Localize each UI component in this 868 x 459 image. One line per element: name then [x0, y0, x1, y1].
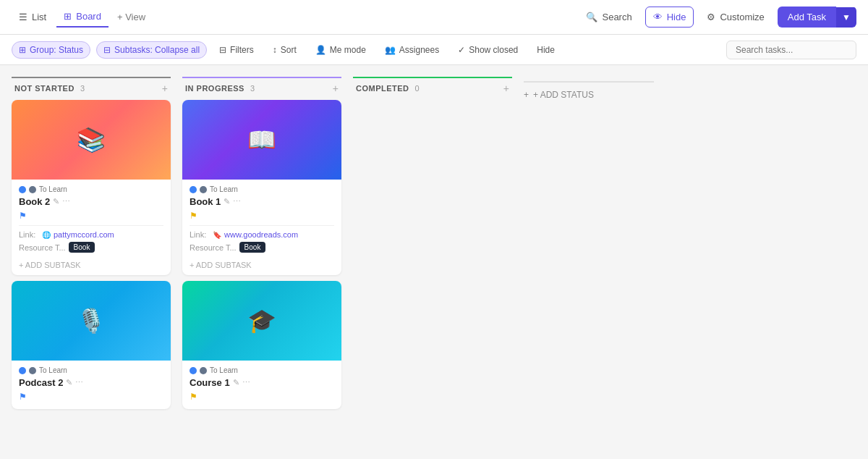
show-closed-button[interactable]: ✓ Show closed [451, 41, 524, 59]
board-icon: ⊞ [64, 11, 72, 22]
edit-icon-book1[interactable]: ✎ [224, 197, 230, 206]
hide-button[interactable]: 👁 Hide [645, 7, 694, 28]
tag-dot-book1 [190, 186, 197, 193]
hide-label: Hide [667, 12, 686, 22]
card-title-row-course1: Course 1 ✎ ⋯ [190, 377, 334, 388]
column-count-not-started: 3 [80, 84, 85, 93]
group-status-button[interactable]: ⊞ Group: Status [12, 41, 90, 59]
card-body-book1: To Learn Book 1 ✎ ⋯ ⚑ Link: 🔖 www.goodre… [182, 180, 341, 257]
link-key-book1: Link: [190, 230, 210, 239]
resource-tag-book2: Book [69, 242, 95, 253]
column-add-in-progress[interactable]: + [333, 83, 339, 94]
flag-icon-podcast2: ⚑ [19, 392, 27, 402]
edit-icon-course1[interactable]: ✎ [233, 378, 239, 387]
card-title-course1: Course 1 [190, 377, 230, 388]
column-add-completed[interactable]: + [503, 83, 509, 94]
tag-label-book2: To Learn [39, 185, 67, 193]
customize-label: Customize [720, 12, 764, 22]
card-course1[interactable]: 🎓 To Learn Course 1 ✎ ⋯ ⚑ [182, 281, 341, 409]
link-value-book2[interactable]: pattymccord.com [54, 230, 114, 239]
tag-dot2-podcast2 [29, 367, 36, 374]
tag-dot-podcast2 [19, 367, 26, 374]
edit-icon-book2[interactable]: ✎ [53, 197, 59, 206]
add-task-dropdown-button[interactable]: ▼ [836, 7, 856, 28]
toolbar: ⊞ Group: Status ⊟ Subtasks: Collapse all… [0, 35, 868, 65]
flag-icon-book2: ⚑ [19, 211, 27, 221]
column-not-started: NOT STARTED 3 + 📚 To Learn Book 2 ✎ ⋯ [12, 77, 171, 415]
search-button[interactable]: 🔍 Search [579, 7, 639, 27]
customize-button[interactable]: ⚙ Customize [699, 7, 771, 27]
board-area: NOT STARTED 3 + 📚 To Learn Book 2 ✎ ⋯ [0, 65, 868, 459]
me-mode-button[interactable]: 👤 Me mode [309, 41, 373, 59]
edit-icon-podcast2[interactable]: ✎ [66, 378, 72, 387]
add-view-button[interactable]: + View [111, 7, 151, 27]
resource-tag-book1: Book [239, 242, 266, 253]
assignees-icon: 👥 [385, 45, 396, 55]
card-resource-book2: Resource T... Book [19, 242, 163, 253]
list-nav-button[interactable]: ☰ List [12, 7, 54, 27]
globe-icon-book1: 🔖 [213, 231, 221, 239]
column-count-in-progress: 3 [250, 84, 255, 93]
column-in-progress: IN PROGRESS 3 + 📖 To Learn Book 1 ✎ ⋯ [182, 77, 341, 415]
tag-label-podcast2: To Learn [39, 366, 67, 374]
assignees-label: Assignees [399, 45, 439, 55]
search-tasks-input[interactable] [726, 41, 856, 59]
group-label: Group: Status [30, 45, 83, 55]
card-resource-book1: Resource T... Book [190, 242, 334, 253]
link-value-book1[interactable]: www.goodreads.com [224, 230, 298, 239]
card-book1[interactable]: 📖 To Learn Book 1 ✎ ⋯ ⚑ Lin [182, 100, 341, 275]
card-meta-book1: Link: 🔖 www.goodreads.com [190, 225, 334, 239]
hide-toolbar-button[interactable]: Hide [530, 41, 561, 59]
show-closed-icon: ✓ [458, 45, 465, 55]
search-label: Search [602, 12, 631, 22]
column-title-in-progress: IN PROGRESS [185, 84, 244, 93]
add-subtask-book2[interactable]: + ADD SUBTASK [12, 257, 171, 275]
column-completed: COMPLETED 0 + [353, 77, 512, 100]
gear-icon: ⚙ [707, 12, 715, 22]
card-title-book1: Book 1 [190, 196, 221, 207]
group-icon: ⊞ [19, 45, 26, 55]
card-body-podcast2: To Learn Podcast 2 ✎ ⋯ ⚑ [12, 361, 171, 409]
resource-label-book1: Resource T... [190, 243, 237, 252]
hide-toolbar-label: Hide [537, 45, 555, 55]
add-task-label: Add Task [788, 12, 826, 22]
add-task-button-group: Add Task ▼ [778, 7, 856, 28]
card-image-book2: 📚 [12, 100, 171, 180]
card-book2[interactable]: 📚 To Learn Book 2 ✎ ⋯ ⚑ Lin [12, 100, 171, 275]
card-tags-course1: To Learn [190, 366, 334, 374]
book2-illustration: 📚 [12, 100, 171, 180]
card-title-podcast2: Podcast 2 [19, 377, 63, 388]
menu-icon-podcast2[interactable]: ⋯ [75, 378, 83, 387]
me-mode-label: Me mode [330, 45, 366, 55]
card-tags-podcast2: To Learn [19, 366, 163, 374]
add-task-main-button[interactable]: Add Task [778, 7, 836, 28]
menu-icon-course1[interactable]: ⋯ [242, 378, 250, 387]
assignees-button[interactable]: 👥 Assignees [378, 41, 446, 59]
sort-button[interactable]: ↕ Sort [266, 41, 303, 59]
tag-dot-book2 [19, 186, 26, 193]
menu-icon-book1[interactable]: ⋯ [233, 197, 241, 206]
subtasks-button[interactable]: ⊟ Subtasks: Collapse all [96, 41, 207, 59]
add-subtask-book1[interactable]: + ADD SUBTASK [182, 257, 341, 275]
book1-illustration: 📖 [182, 100, 341, 180]
tag-label-course1: To Learn [210, 366, 238, 374]
card-tags-book1: To Learn [190, 185, 334, 193]
card-tags-book2: To Learn [19, 185, 163, 193]
add-status-button[interactable]: + + ADD STATUS [524, 87, 594, 103]
flag-icon-book1: ⚑ [190, 211, 197, 221]
card-podcast2[interactable]: 🎙️ To Learn Podcast 2 ✎ ⋯ ⚑ [12, 281, 171, 409]
filter-icon: ⊟ [219, 45, 226, 55]
chevron-down-icon: ▼ [842, 12, 851, 22]
show-closed-label: Show closed [469, 45, 518, 55]
filters-button[interactable]: ⊟ Filters [213, 41, 260, 59]
card-link-row-book1: Link: 🔖 www.goodreads.com [190, 230, 334, 239]
subtasks-icon: ⊟ [103, 45, 111, 55]
board-nav-button[interactable]: ⊞ Board [56, 7, 109, 28]
card-title-book2: Book 2 [19, 196, 50, 207]
menu-icon-book2[interactable]: ⋯ [62, 197, 70, 206]
column-add-not-started[interactable]: + [162, 83, 168, 94]
sort-icon: ↕ [273, 45, 277, 55]
card-image-podcast2: 🎙️ [12, 281, 171, 361]
column-title-not-started: NOT STARTED [14, 84, 75, 93]
add-view-label: + View [117, 12, 145, 22]
